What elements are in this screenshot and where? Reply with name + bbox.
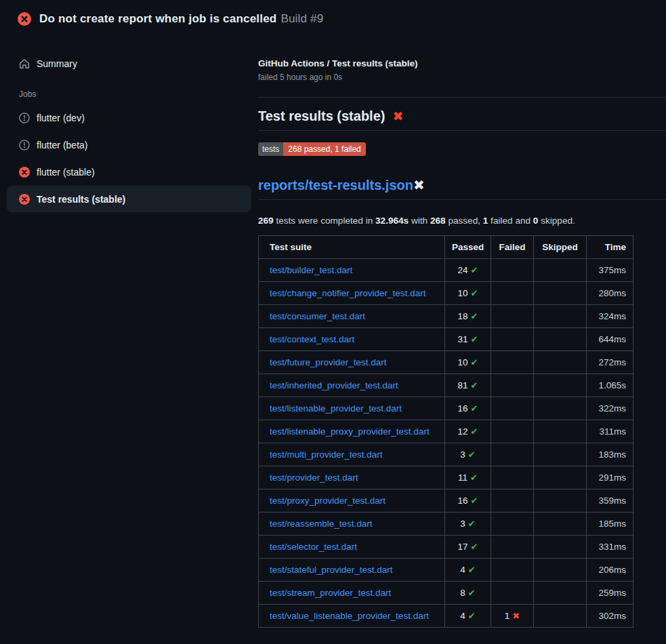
breadcrumb: GitHub Actions / Test results (stable) bbox=[258, 58, 666, 68]
suite-cell: test/value_listenable_provider_test.dart bbox=[259, 605, 445, 628]
passed-cell: 17✔ bbox=[445, 536, 491, 559]
passed-count: 4 bbox=[460, 565, 465, 575]
skipped-cell bbox=[534, 536, 587, 559]
passed-count: 4 bbox=[460, 611, 465, 621]
failed-x-icon: ✖ bbox=[392, 110, 403, 123]
time-cell: 324ms bbox=[587, 305, 633, 328]
test-suite-link[interactable]: test/listenable_provider_test.dart bbox=[270, 403, 402, 414]
passed-cell: 10✔ bbox=[445, 282, 491, 305]
test-suite-link[interactable]: test/multi_provider_test.dart bbox=[270, 449, 383, 460]
sidebar-job-item-0[interactable]: flutter (dev) bbox=[7, 104, 251, 131]
time-value: 302ms bbox=[598, 611, 626, 621]
test-suite-link[interactable]: test/context_test.dart bbox=[270, 334, 354, 344]
check-icon: ✔ bbox=[471, 311, 478, 321]
column-header: Test suite bbox=[259, 236, 445, 259]
failed-cell bbox=[491, 351, 534, 374]
test-suite-link[interactable]: test/builder_test.dart bbox=[270, 265, 352, 275]
suite-cell: test/inherited_provider_test.dart bbox=[259, 374, 445, 397]
sidebar-job-item-1[interactable]: flutter (beta) bbox=[7, 132, 251, 158]
time-value: 375ms bbox=[598, 265, 626, 275]
table-row: test/inherited_provider_test.dart81✔1.06… bbox=[259, 374, 633, 397]
run-title: Do not create report when job is cancell… bbox=[39, 12, 276, 25]
summary-segment: skipped. bbox=[538, 216, 575, 226]
home-icon bbox=[19, 58, 30, 69]
summary-segment: 268 bbox=[430, 216, 446, 226]
test-results-table: Test suitePassedFailedSkippedTime test/b… bbox=[258, 235, 633, 628]
test-suite-link[interactable]: test/change_notifier_provider_test.dart bbox=[270, 288, 425, 298]
time-value: 1.065s bbox=[598, 380, 626, 390]
time-value: 311ms bbox=[599, 426, 626, 437]
passed-count: 10 bbox=[458, 288, 468, 298]
badge-label: tests bbox=[258, 142, 283, 156]
table-row: test/builder_test.dart24✔375ms bbox=[259, 259, 633, 282]
passed-cell: 10✔ bbox=[445, 351, 491, 374]
failed-cell bbox=[491, 489, 534, 512]
tests-badge: tests 268 passed, 1 failed bbox=[258, 142, 366, 156]
time-cell: 280ms bbox=[587, 282, 633, 305]
time-cell: 183ms bbox=[587, 443, 633, 466]
sidebar-job-item-3[interactable]: Test results (stable) bbox=[7, 186, 251, 212]
summary-segment: 32.964s bbox=[375, 216, 409, 226]
skipped-cell bbox=[534, 374, 587, 397]
page-header: Do not create report when job is cancell… bbox=[0, 0, 666, 38]
test-suite-link[interactable]: test/proxy_provider_test.dart bbox=[270, 496, 386, 506]
sidebar-item-summary[interactable]: Summary bbox=[7, 53, 251, 75]
failed-cell bbox=[491, 512, 534, 536]
job-label: flutter (stable) bbox=[37, 167, 95, 178]
time-value: 259ms bbox=[598, 588, 626, 598]
time-cell: 1.065s bbox=[587, 374, 633, 397]
time-cell: 272ms bbox=[587, 351, 633, 374]
table-row: test/value_listenable_provider_test.dart… bbox=[259, 605, 633, 628]
failed-icon bbox=[19, 194, 30, 205]
failed-cell bbox=[491, 374, 534, 397]
passed-count: 11 bbox=[458, 472, 467, 483]
sidebar-job-item-2[interactable]: flutter (stable) bbox=[7, 159, 251, 185]
passed-cell: 18✔ bbox=[445, 305, 491, 328]
check-icon: ✔ bbox=[468, 519, 476, 529]
report-file-link[interactable]: reports/test-results.json bbox=[258, 178, 413, 193]
table-row: test/provider_test.dart11✔291ms bbox=[259, 466, 633, 489]
test-suite-link[interactable]: test/inherited_provider_test.dart bbox=[270, 380, 398, 390]
suite-cell: test/future_provider_test.dart bbox=[259, 351, 445, 374]
badge-value: 268 passed, 1 failed bbox=[283, 142, 365, 156]
divider bbox=[258, 97, 666, 98]
test-suite-link[interactable]: test/value_listenable_provider_test.dart bbox=[270, 611, 429, 621]
test-suite-link[interactable]: test/selector_test.dart bbox=[270, 542, 357, 552]
test-suite-link[interactable]: test/stream_provider_test.dart bbox=[270, 588, 391, 598]
passed-count: 12 bbox=[458, 426, 468, 437]
summary-segment: tests were completed in bbox=[274, 216, 375, 226]
jobs-section-label: Jobs bbox=[19, 89, 258, 99]
check-icon: ✔ bbox=[471, 426, 478, 437]
test-suite-link[interactable]: test/stateful_provider_test.dart bbox=[270, 565, 393, 575]
table-row: test/selector_test.dart17✔331ms bbox=[259, 536, 633, 559]
check-icon: ✔ bbox=[470, 472, 478, 483]
test-suite-link[interactable]: test/consumer_test.dart bbox=[270, 311, 365, 321]
suite-cell: test/context_test.dart bbox=[259, 328, 445, 351]
table-row: test/consumer_test.dart18✔324ms bbox=[259, 305, 633, 328]
passed-count: 8 bbox=[460, 588, 465, 598]
failed-cell bbox=[491, 443, 534, 466]
test-suite-link[interactable]: test/listenable_proxy_provider_test.dart bbox=[270, 426, 430, 437]
skipped-cell bbox=[534, 443, 587, 466]
passed-cell: 24✔ bbox=[445, 259, 491, 282]
summary-segment: failed and bbox=[488, 216, 533, 226]
failed-cell bbox=[491, 397, 534, 420]
test-suite-link[interactable]: test/provider_test.dart bbox=[270, 472, 358, 483]
test-suite-link[interactable]: test/reassemble_test.dart bbox=[270, 519, 373, 529]
time-value: 324ms bbox=[598, 311, 626, 321]
cancelled-icon bbox=[19, 140, 30, 150]
passed-count: 16 bbox=[458, 403, 468, 414]
time-value: 644ms bbox=[598, 334, 626, 344]
test-suite-link[interactable]: test/future_provider_test.dart bbox=[270, 357, 387, 367]
time-cell: 259ms bbox=[587, 582, 633, 605]
table-row: test/stateful_provider_test.dart4✔206ms bbox=[259, 559, 633, 582]
failed-x-icon: ✖ bbox=[413, 177, 425, 193]
failed-status-icon bbox=[18, 12, 31, 26]
passed-cell: 4✔ bbox=[445, 605, 491, 628]
sidebar: Summary Jobs flutter (dev)flutter (beta)… bbox=[0, 38, 258, 213]
failed-count: 1 bbox=[505, 611, 510, 621]
time-value: 280ms bbox=[598, 288, 626, 298]
table-row: test/multi_provider_test.dart3✔183ms bbox=[259, 443, 633, 466]
table-row: test/change_notifier_provider_test.dart1… bbox=[259, 282, 633, 305]
suite-cell: test/stateful_provider_test.dart bbox=[259, 559, 445, 582]
